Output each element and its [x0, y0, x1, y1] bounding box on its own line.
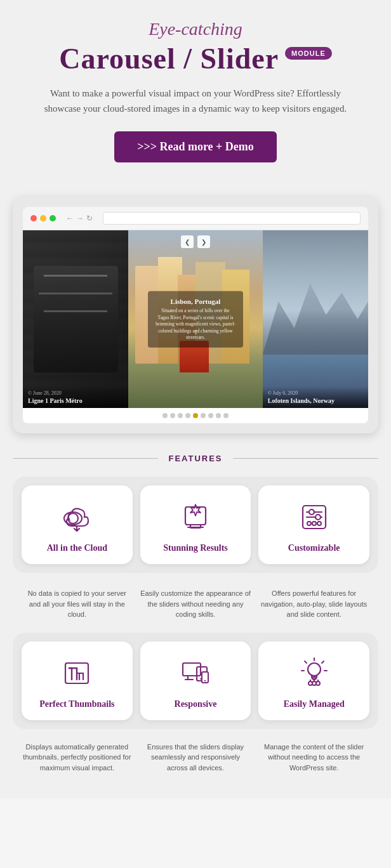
- module-badge: MODULE: [285, 47, 332, 60]
- slide-middle-title: Lisbon, Portugal: [156, 298, 235, 305]
- svg-point-33: [316, 681, 320, 685]
- svg-point-11: [312, 522, 316, 525]
- slide-right-title: Lofoten Islands, Norway: [268, 397, 363, 404]
- managed-icon: [298, 657, 331, 690]
- features-header: FEATURES: [13, 452, 378, 464]
- responsive-icon-area: [176, 654, 215, 692]
- slider-dots: [23, 408, 368, 423]
- slide-right: © July 6, 2020 Lofoten Islands, Norway: [263, 230, 368, 408]
- managed-desc: Manage the content of the slider without…: [258, 742, 369, 773]
- managed-title: Easily Managed: [266, 699, 362, 710]
- features-row-1: All in the Cloud Stunning Results: [13, 477, 378, 573]
- slide-left-title: Ligne 1 Paris Métro: [28, 397, 123, 404]
- browser-nav: ← → ↻: [66, 214, 93, 223]
- dot-9[interactable]: [223, 413, 229, 418]
- main-title: Carousel / Slider: [59, 42, 279, 76]
- header-section: Eye-catching Carousel / Slider MODULE Wa…: [13, 19, 378, 181]
- page-wrapper: Eye-catching Carousel / Slider MODULE Wa…: [0, 0, 391, 798]
- feature-card-stunning: Stunning Results: [140, 485, 251, 564]
- forward-arrow[interactable]: →: [76, 214, 84, 223]
- svg-rect-16: [183, 663, 201, 676]
- scroll-indicator: ↓: [194, 327, 197, 337]
- cloud-title: All in the Cloud: [29, 542, 125, 554]
- thumbnails-title: Perfect Thumbnails: [29, 699, 125, 710]
- slide-right-date: © July 6, 2020: [268, 390, 363, 396]
- features-label: FEATURES: [158, 454, 232, 463]
- dot-5[interactable]: [193, 413, 198, 418]
- feature-card-customizable: Customizable: [258, 485, 369, 564]
- stunning-title: Stunning Results: [148, 542, 244, 554]
- browser-dots: [30, 215, 56, 221]
- customizable-icon-area: [295, 498, 333, 536]
- customizable-icon: [298, 501, 331, 534]
- prev-slide-btn[interactable]: ❮: [181, 235, 194, 248]
- slider-container: © June 28, 2020 Ligne 1 Paris Métro: [23, 230, 368, 408]
- features-descs-row1: No data is copied to your server and all…: [13, 583, 378, 620]
- subtitle-text: Want to make a powerful visual impact on…: [43, 86, 348, 116]
- feature-card-cloud: All in the Cloud: [22, 485, 133, 564]
- address-bar[interactable]: [103, 212, 361, 225]
- svg-line-27: [322, 661, 324, 663]
- thumbnails-icon: [60, 657, 93, 690]
- dot-6[interactable]: [201, 413, 206, 418]
- dot-red[interactable]: [30, 215, 37, 221]
- svg-point-7: [309, 510, 314, 515]
- dot-4[interactable]: [185, 413, 190, 418]
- features-row-2: Perfect Thumbnails: [13, 633, 378, 729]
- dot-8[interactable]: [216, 413, 221, 418]
- svg-point-12: [317, 522, 321, 525]
- features-section: FEATURES All in the Cloud: [13, 452, 378, 773]
- dot-7[interactable]: [208, 413, 213, 418]
- feature-card-responsive: Responsive: [140, 641, 251, 720]
- cloud-icon-area: [58, 498, 96, 536]
- customizable-title: Customizable: [266, 542, 362, 554]
- browser-content: © June 28, 2020 Ligne 1 Paris Métro: [23, 230, 368, 423]
- cloud-icon: [60, 501, 93, 534]
- stunning-icon: [179, 501, 212, 534]
- slide-left-date: © June 28, 2020: [28, 390, 123, 396]
- cta-button[interactable]: >>> Read more + Demo: [114, 131, 277, 162]
- svg-line-29: [305, 661, 307, 663]
- feature-card-thumbnails: Perfect Thumbnails: [22, 641, 133, 720]
- svg-point-23: [308, 663, 321, 676]
- dot-yellow[interactable]: [40, 215, 46, 221]
- svg-point-9: [315, 515, 321, 520]
- refresh-icon[interactable]: ↻: [86, 214, 93, 223]
- next-slide-btn[interactable]: ❯: [197, 235, 210, 248]
- feature-card-managed: Easily Managed: [258, 641, 369, 720]
- eye-catching-text: Eye-catching: [13, 19, 378, 39]
- dot-1[interactable]: [162, 413, 168, 418]
- slider-nav-arrows: ❮ ❯: [128, 235, 263, 248]
- slide-left: © June 28, 2020 Ligne 1 Paris Métro: [23, 230, 128, 408]
- title-row: Carousel / Slider MODULE: [13, 42, 378, 76]
- browser-mockup: ← → ↻ ©: [13, 197, 378, 433]
- dot-3[interactable]: [178, 413, 183, 418]
- managed-icon-area: [295, 654, 333, 692]
- thumbnails-icon-area: [58, 654, 96, 692]
- slide-middle: ❮ ❯ Lisbon, Portugal Situated on a serie…: [128, 230, 263, 408]
- responsive-icon: [179, 657, 212, 690]
- responsive-title: Responsive: [148, 699, 244, 710]
- dot-green[interactable]: [50, 215, 56, 221]
- cloud-desc: No data is copied to your server and all…: [22, 588, 133, 620]
- thumbnails-desc: Displays automatically generated thumbna…: [22, 742, 133, 773]
- dot-2[interactable]: [170, 413, 175, 418]
- stunning-icon-area: [176, 498, 215, 536]
- slide-middle-caption: Lisbon, Portugal Situated on a series of…: [148, 291, 243, 348]
- svg-point-10: [307, 522, 311, 525]
- back-arrow[interactable]: ←: [66, 214, 74, 223]
- responsive-desc: Ensures that the sliders display seamles…: [140, 742, 251, 773]
- browser-chrome: ← → ↻: [23, 207, 368, 230]
- stunning-desc: Easily customize the appearance of the s…: [140, 588, 251, 620]
- features-descs-row2: Displays automatically generated thumbna…: [13, 737, 378, 773]
- customizable-desc: Offers powerful features for navigation,…: [258, 588, 369, 620]
